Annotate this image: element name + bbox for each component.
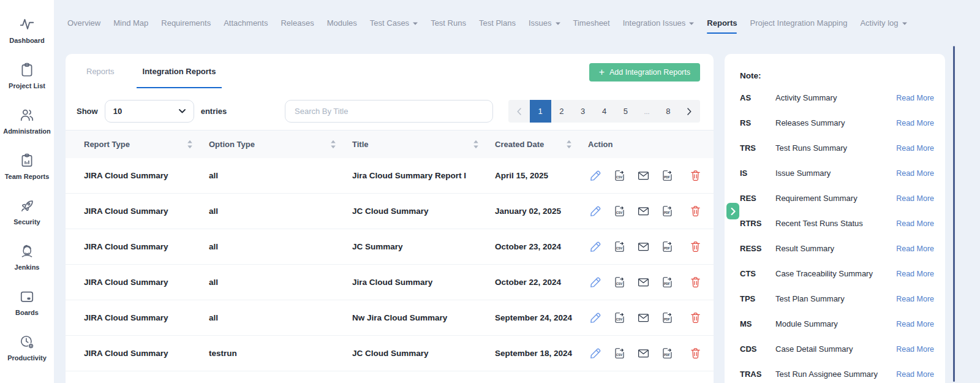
email-report-button[interactable]	[636, 169, 650, 183]
read-more-link[interactable]: Read More	[896, 169, 934, 178]
delete-button[interactable]	[688, 169, 703, 183]
email-report-button[interactable]	[636, 311, 650, 325]
column-header-report-type[interactable]: Report Type	[84, 140, 209, 149]
nav-item-project-integration-mapping[interactable]: Project Integration Mapping	[750, 18, 847, 28]
export-csv-button[interactable]: CSV	[612, 275, 627, 290]
read-more-link[interactable]: Read More	[896, 270, 934, 278]
export-pdf-button[interactable]: PDF	[660, 169, 674, 183]
nav-item-activity-log[interactable]: Activity log	[860, 18, 907, 28]
note-name: Activity Summary	[775, 93, 896, 102]
column-header-created-date[interactable]: Created Date	[495, 140, 588, 149]
collapse-note-panel-button[interactable]	[726, 203, 739, 219]
cell-actions: CSV PDF	[588, 169, 703, 183]
read-more-link[interactable]: Read More	[896, 144, 934, 153]
csv-file-icon: CSV	[613, 276, 626, 289]
nav-item-test-cases[interactable]: Test Cases	[370, 18, 418, 28]
pagination-prev-button[interactable]	[508, 100, 530, 123]
nav-item-issues[interactable]: Issues	[529, 18, 560, 28]
edit-button[interactable]	[588, 346, 603, 361]
nav-item-test-plans[interactable]: Test Plans	[479, 18, 516, 28]
pagination-page-4[interactable]: 4	[594, 100, 615, 123]
read-more-link[interactable]: Read More	[896, 345, 934, 354]
export-csv-button[interactable]: CSV	[612, 346, 627, 361]
export-csv-button[interactable]: CSV	[612, 311, 627, 325]
read-more-link[interactable]: Read More	[896, 194, 934, 203]
nav-item-releases[interactable]: Releases	[281, 18, 314, 28]
edit-button[interactable]	[588, 169, 603, 183]
export-pdf-button[interactable]: PDF	[660, 204, 674, 219]
app-screen: Dashboard Project List Administration Te…	[0, 0, 980, 383]
export-pdf-button[interactable]: PDF	[660, 240, 674, 254]
sidebar-item-productivity[interactable]: Productivity	[0, 333, 54, 362]
sidebar-item-team-reports[interactable]: Team Reports	[0, 152, 54, 180]
add-integration-reports-button[interactable]: + Add Integration Reports	[589, 63, 700, 82]
delete-button[interactable]	[688, 346, 703, 361]
sidebar-item-dashboard[interactable]: Dashboard	[0, 16, 54, 44]
export-pdf-button[interactable]: PDF	[660, 275, 674, 290]
sort-icon	[566, 140, 572, 149]
sidebar-item-project-list[interactable]: Project List	[0, 61, 54, 89]
pdf-file-icon: PDF	[661, 276, 674, 289]
pagination-page-8[interactable]: 8	[657, 100, 679, 123]
export-csv-button[interactable]: CSV	[612, 204, 627, 219]
sidebar-item-boards[interactable]: Boards	[0, 288, 54, 316]
nav-item-attachments[interactable]: Attachments	[224, 18, 268, 28]
read-more-link[interactable]: Read More	[896, 320, 934, 328]
pagination-page-3[interactable]: 3	[572, 100, 594, 123]
edit-button[interactable]	[588, 275, 603, 290]
edit-button[interactable]	[588, 240, 603, 254]
nav-item-test-runs[interactable]: Test Runs	[431, 18, 466, 28]
sidebar-item-jenkins[interactable]: Jenkins	[0, 243, 54, 271]
export-csv-button[interactable]: CSV	[612, 240, 627, 254]
vertical-scrollbar[interactable]	[953, 46, 955, 382]
nav-item-overview[interactable]: Overview	[67, 18, 100, 28]
read-more-link[interactable]: Read More	[896, 119, 934, 127]
pagination-page-2[interactable]: 2	[551, 100, 573, 123]
read-more-link[interactable]: Read More	[896, 219, 934, 228]
read-more-link[interactable]: Read More	[896, 245, 934, 253]
export-pdf-button[interactable]: PDF	[660, 311, 674, 325]
delete-button[interactable]	[688, 204, 703, 219]
edit-button[interactable]	[588, 311, 603, 325]
tabs-row: Reports Integration Reports + Add Integr…	[66, 54, 714, 88]
nav-item-timesheet[interactable]: Timesheet	[573, 18, 610, 28]
delete-button[interactable]	[688, 240, 703, 254]
delete-button[interactable]	[688, 311, 703, 325]
pagination-page-5[interactable]: 5	[615, 100, 636, 123]
read-more-link[interactable]: Read More	[896, 295, 934, 303]
read-more-link[interactable]: Read More	[896, 370, 934, 379]
nav-item-modules[interactable]: Modules	[327, 18, 357, 28]
nav-item-integration-issues[interactable]: Integration Issues	[623, 18, 695, 28]
column-header-title[interactable]: Title	[352, 140, 495, 149]
sidebar-item-security[interactable]: Security	[0, 197, 54, 226]
nav-label: Timesheet	[573, 18, 610, 28]
nav-label: Overview	[67, 18, 100, 28]
delete-button[interactable]	[688, 275, 703, 290]
cell-actions: CSV PDF	[588, 204, 703, 219]
read-more-link[interactable]: Read More	[896, 94, 934, 102]
export-pdf-button[interactable]: PDF	[660, 346, 674, 361]
edit-button[interactable]	[588, 204, 603, 219]
email-report-button[interactable]	[636, 204, 650, 219]
trash-icon	[689, 347, 702, 360]
sidebar-item-label: Dashboard	[9, 37, 44, 44]
nav-item-mind-map[interactable]: Mind Map	[113, 18, 148, 28]
cell-report-type: JIRA Cloud Summary	[84, 313, 209, 322]
email-report-button[interactable]	[636, 240, 650, 254]
tab-reports[interactable]: Reports	[84, 54, 117, 88]
tab-integration-reports[interactable]: Integration Reports	[140, 54, 219, 88]
search-input[interactable]	[285, 100, 493, 123]
note-name: Test Run Assignee Summary	[775, 370, 896, 379]
note-abbr: IS	[740, 169, 775, 178]
entries-select[interactable]: 10	[105, 100, 194, 123]
column-header-option-type[interactable]: Option Type	[209, 140, 352, 149]
email-report-button[interactable]	[636, 346, 650, 361]
trash-icon	[689, 276, 702, 289]
nav-item-requirements[interactable]: Requirements	[161, 18, 211, 28]
export-csv-button[interactable]: CSV	[612, 169, 627, 183]
nav-item-reports[interactable]: Reports	[707, 18, 737, 28]
pagination-next-button[interactable]	[679, 100, 700, 123]
email-report-button[interactable]	[636, 275, 650, 290]
pagination-page-1[interactable]: 1	[530, 100, 551, 123]
sidebar-item-administration[interactable]: Administration	[0, 107, 54, 135]
